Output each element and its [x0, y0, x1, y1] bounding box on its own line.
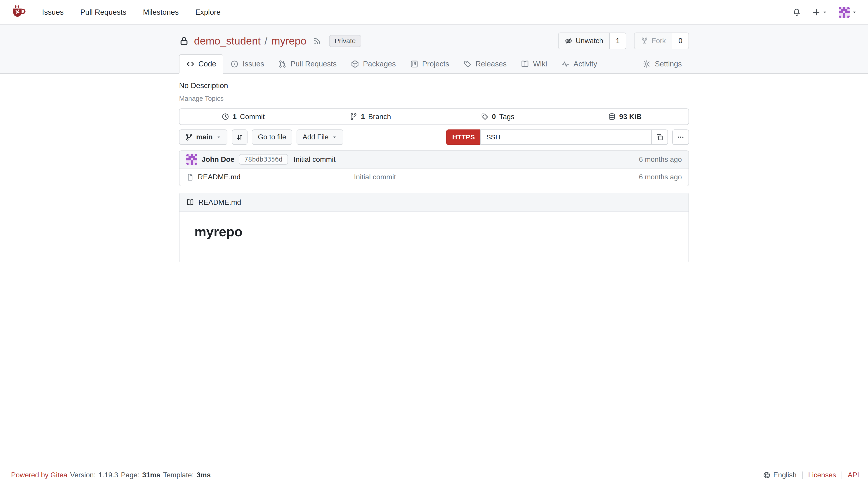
ellipsis-icon	[677, 133, 684, 141]
repo-stats-bar: 1 Commit 1 Branch 0 Tags 93 KiB	[179, 108, 689, 125]
clone-panel: HTTPS SSH	[446, 129, 689, 145]
caret-down-icon	[851, 9, 857, 15]
file-name-link[interactable]: README.md	[186, 173, 354, 181]
repo-tabs: Code Issues Pull Requests Packages Proje…	[179, 54, 689, 74]
version-label: Version:	[70, 471, 96, 479]
readme-header: README.md	[180, 193, 688, 212]
tags-stat[interactable]: 0 Tags	[434, 109, 561, 125]
footer-left: Powered by Gitea Version: 1.19.3 Page: 3…	[11, 471, 211, 479]
go-to-file-button[interactable]: Go to file	[252, 129, 292, 145]
tab-settings[interactable]: Settings	[636, 54, 689, 74]
repo-title: demo_student / myrepo	[194, 35, 306, 47]
notifications-button[interactable]	[792, 8, 801, 17]
code-controls-row: main Go to file Add File HTTPS SSH	[179, 129, 689, 145]
git-branch-icon	[185, 133, 193, 141]
create-new-menu[interactable]	[812, 8, 828, 17]
user-avatar	[839, 7, 850, 18]
gitea-page: Issues Pull Requests Milestones Explore …	[0, 0, 868, 488]
watch-group: Unwatch 1	[558, 33, 626, 49]
version-value: 1.19.3	[98, 471, 118, 479]
commit-hash-badge[interactable]: 78bdb3356d	[239, 154, 288, 165]
file-list-panel: John Doe 78bdb3356d Initial commit 6 mon…	[179, 151, 689, 186]
template-time-label: Template:	[163, 471, 194, 479]
compare-branches-button[interactable]	[232, 129, 248, 145]
ssh-clone-button[interactable]: SSH	[480, 129, 506, 145]
repo-owner-link[interactable]: demo_student	[194, 35, 260, 47]
book-icon	[521, 60, 529, 68]
nav-explore[interactable]: Explore	[187, 0, 229, 25]
file-icon	[186, 173, 194, 181]
watchers-count[interactable]: 1	[610, 33, 626, 49]
footer: Powered by Gitea Version: 1.19.3 Page: 3…	[0, 464, 868, 488]
tab-issues[interactable]: Issues	[223, 54, 271, 74]
forks-count[interactable]: 0	[672, 33, 689, 49]
repo-description: No Description	[179, 81, 689, 90]
licenses-link[interactable]: Licenses	[808, 471, 836, 479]
file-commit-message-link[interactable]: Initial commit	[354, 173, 639, 181]
tag-icon	[481, 113, 489, 121]
branches-stat[interactable]: 1 Branch	[307, 109, 434, 125]
branch-selector[interactable]: main	[179, 129, 227, 145]
readme-body: myrepo	[180, 212, 688, 262]
tab-packages[interactable]: Packages	[344, 54, 403, 74]
git-pull-request-icon	[278, 60, 287, 68]
globe-icon	[763, 471, 771, 479]
caret-down-icon	[216, 134, 221, 140]
https-clone-button[interactable]: HTTPS	[446, 129, 481, 145]
file-commit-time: 6 months ago	[639, 173, 682, 181]
readme-filename: README.md	[198, 198, 241, 206]
template-time-value: 3ms	[197, 471, 211, 479]
manage-topics-link[interactable]: Manage Topics	[179, 95, 223, 102]
caret-down-icon	[822, 9, 828, 15]
copy-url-button[interactable]	[651, 129, 668, 145]
compare-arrows-icon	[236, 133, 243, 141]
navbar-right	[792, 7, 857, 18]
git-branch-icon	[350, 113, 358, 121]
more-operations-button[interactable]	[672, 129, 689, 145]
top-navbar: Issues Pull Requests Milestones Explore	[0, 0, 868, 25]
commit-author-name[interactable]: John Doe	[202, 155, 235, 164]
commit-time: 6 months ago	[639, 156, 682, 164]
fork-button[interactable]: Fork	[634, 33, 673, 49]
database-icon	[608, 113, 616, 121]
repo-name-link[interactable]: myrepo	[271, 35, 306, 47]
repo-size-stat: 93 KiB	[561, 109, 688, 125]
unwatch-button[interactable]: Unwatch	[558, 33, 610, 49]
tab-projects[interactable]: Projects	[403, 54, 456, 74]
language-selector[interactable]: English	[763, 471, 797, 479]
user-menu[interactable]	[839, 7, 857, 18]
api-link[interactable]: API	[848, 471, 859, 479]
plus-icon	[812, 8, 820, 17]
unwatch-label: Unwatch	[576, 37, 603, 45]
readme-panel: README.md myrepo	[179, 193, 689, 262]
file-row: README.md Initial commit 6 months ago	[180, 168, 688, 186]
fork-group: Fork 0	[634, 33, 689, 49]
gitea-logo-icon[interactable]	[11, 4, 27, 20]
tab-code[interactable]: Code	[179, 54, 223, 74]
add-file-button[interactable]: Add File	[297, 129, 343, 145]
path-separator: /	[265, 35, 268, 47]
package-icon	[351, 60, 359, 68]
tab-wiki[interactable]: Wiki	[514, 54, 554, 74]
tab-pull-requests[interactable]: Pull Requests	[271, 54, 344, 74]
nav-issues[interactable]: Issues	[34, 0, 72, 25]
fork-label: Fork	[652, 37, 666, 45]
clone-url-input[interactable]	[506, 129, 652, 145]
nav-milestones[interactable]: Milestones	[135, 0, 187, 25]
commits-stat[interactable]: 1 Commit	[180, 109, 307, 125]
commit-author-avatar[interactable]	[186, 154, 197, 165]
repo-header: demo_student / myrepo Private Unwatch 1	[0, 25, 868, 74]
tag-icon	[463, 60, 472, 68]
divider	[842, 471, 842, 479]
clock-icon	[221, 113, 229, 121]
powered-by-gitea-link[interactable]: Powered by Gitea	[11, 471, 67, 479]
project-icon	[410, 60, 418, 68]
commit-message-link[interactable]: Initial commit	[293, 155, 336, 164]
private-badge: Private	[329, 35, 361, 47]
caret-down-icon	[332, 134, 337, 140]
rss-feed-icon[interactable]	[313, 37, 321, 45]
page-time-label: Page:	[121, 471, 140, 479]
nav-pull-requests[interactable]: Pull Requests	[72, 0, 134, 25]
tab-releases[interactable]: Releases	[456, 54, 514, 74]
tab-activity[interactable]: Activity	[554, 54, 604, 74]
